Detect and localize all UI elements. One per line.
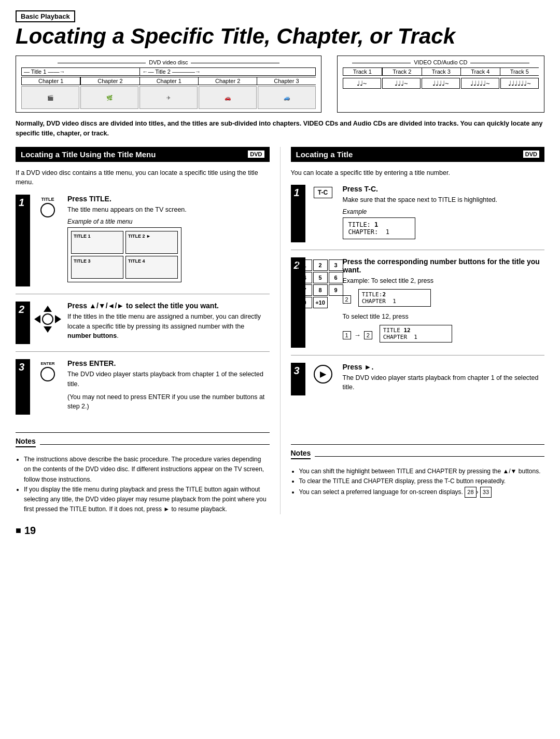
step-number-1: 1 (16, 195, 30, 286)
num-plus10: +10 (313, 297, 328, 308)
right-column: Locating a Title DVD You can locate a sp… (281, 147, 545, 515)
right-step-3-title: Press ►. (343, 363, 545, 371)
dvd-diagram: DVD video disc — Title 1 ——→ ←— Title 2 … (16, 56, 321, 113)
page-number: 19 (16, 525, 544, 537)
left-step-3: 3 ENTER Press ENTER. The DVD video playe… (16, 359, 270, 422)
arrow-icon: → (354, 331, 361, 339)
music-symbol: ♩♩♩~ (382, 78, 421, 89)
left-notes-title: Notes (16, 437, 36, 447)
music-symbol: ♩♩~ (343, 78, 381, 89)
right-step-1: 1 T-C Press T-C. Make sure that the spac… (291, 185, 545, 250)
step-icon-title: TITLE (32, 195, 63, 286)
two-col-layout: Locating a Title Using the Title Menu DV… (16, 147, 544, 515)
ref-28: 28 (465, 487, 476, 498)
num-8: 8 (313, 284, 328, 296)
chapter-cell: Chapter 3 (257, 77, 315, 85)
dvd-disc-label: DVD video disc (21, 59, 316, 67)
step-icon-play: ▶ (307, 363, 339, 396)
example-title-12: 1 → 2 TITLE 12CHAPTER 1 (343, 325, 545, 346)
num-1: 1 (298, 259, 312, 271)
music-symbol: ♩♩♩♩♩♩~ (500, 78, 539, 89)
track-cell: Track 4 (460, 67, 499, 76)
step-icon-numpad: 1 2 3 4 5 6 7 8 9 0 +10 (307, 257, 339, 348)
step-3-desc: The DVD video player starts playback fro… (67, 370, 270, 389)
num-2: 2 (313, 259, 328, 271)
right-step-1-title: Press T-C. (343, 185, 545, 193)
menu-item-2: TITLE 2 ► (125, 231, 178, 254)
num-4: 4 (298, 272, 312, 283)
step-2-desc: If the titles in the title menu are assi… (67, 312, 270, 341)
step-3-note: (You may not need to press ENTER if you … (67, 392, 270, 412)
chapter-cell: Chapter 2 (198, 77, 257, 85)
num-7: 7 (298, 284, 312, 296)
chapter-cell: Chapter 1 (21, 77, 80, 85)
right-note-3: You can select a preferred language for … (299, 487, 545, 498)
title-display-2: TITLE:2CHAPTER 1 (358, 289, 431, 307)
chapter-image: ✈ (139, 86, 198, 109)
vcd-diagram: VIDEO CD/Audio CD Track 1 Track 2 Track … (337, 56, 544, 113)
right-section-header: Locating a Title DVD (291, 147, 545, 162)
right-step-1-desc: Make sure that the space next to TITLE i… (343, 195, 545, 205)
right-notes-title: Notes (291, 449, 311, 459)
left-step-1: 1 TITLE Press TITLE. The title menu appe… (16, 195, 270, 294)
music-symbol: ♩♩♩♩~ (422, 78, 460, 89)
right-step-3: 3 ▶ Press ►. The DVD video player starts… (291, 363, 545, 403)
track-cell: Track 5 (500, 67, 539, 76)
right-section-intro: You can locate a specific title by enter… (291, 168, 545, 178)
step-number-3: 3 (16, 359, 30, 415)
right-step-2-title: Press the corresponding number buttons f… (343, 257, 545, 274)
breadcrumb: Basic Playback (16, 10, 75, 22)
right-notes-list: You can shift the highlight between TITL… (291, 467, 545, 498)
step-1-title: Press TITLE. (67, 195, 270, 203)
right-step-number-3: 3 (291, 363, 305, 396)
step-icon-dpad (32, 302, 63, 344)
left-section-header: Locating a Title Using the Title Menu DV… (16, 147, 270, 162)
track-cell: Track 1 (343, 67, 382, 76)
ref-33: 33 (480, 487, 492, 498)
title-display-12: TITLE 12CHAPTER 1 (380, 325, 452, 343)
step-icon-enter: ENTER (32, 359, 63, 415)
right-step-number-1: 1 (291, 185, 305, 242)
track-cell: Track 2 (382, 67, 421, 76)
btn-2b: 2 (364, 331, 372, 339)
step-1-desc: The title menu appears on the TV screen. (67, 205, 270, 215)
right-step-2: 2 1 2 3 4 5 6 7 8 9 0 +10 Press th (291, 257, 545, 355)
step-1-example-label: Example of a title menu (67, 218, 270, 225)
right-step-3-content: Press ►. The DVD video player starts pla… (343, 363, 545, 396)
btn-2: 2 (343, 295, 351, 304)
left-step-2: 2 Press ▲/▼/◄/► to select the title you … (16, 302, 270, 352)
menu-example: TITLE 1 TITLE 2 ► TITLE 3 TITLE 4 (67, 227, 181, 282)
num-3: 3 (329, 259, 343, 271)
right-notes-section: Notes You can shift the highlight betwee… (291, 444, 545, 498)
right-note-2: To clear the TITLE and CHAPTER display, … (299, 476, 545, 486)
right-step-3-desc: The DVD video player starts playback fro… (343, 373, 545, 393)
title-chapter-display-1: TITLE: 1CHAPTER: 1 (343, 217, 415, 239)
right-step-1-content: Press T-C. Make sure that the space next… (343, 185, 545, 242)
dvd-badge-left: DVD (248, 150, 264, 158)
step-1-content: Press TITLE. The title menu appears on t… (67, 195, 270, 286)
step-2-title: Press ▲/▼/◄/► to select the title you wa… (67, 302, 270, 310)
left-note-2: If you display the title menu during pla… (24, 485, 270, 515)
music-symbol: ♩♩♩♩♩~ (461, 78, 499, 89)
right-step-1-example-label: Example (343, 208, 545, 215)
right-step-2-content: Press the corresponding number buttons f… (343, 257, 545, 348)
step-icon-tc: T-C (307, 185, 339, 242)
num-0: 0 (298, 297, 312, 308)
title-button-icon (40, 203, 55, 217)
diagram-area: DVD video disc — Title 1 ——→ ←— Title 2 … (16, 56, 544, 113)
tc-button-icon: T-C (314, 187, 332, 198)
chapter-image: 🚗 (199, 86, 257, 109)
chapter-cell: Chapter 1 (139, 77, 198, 85)
track-cell: Track 3 (422, 67, 460, 76)
num-5: 5 (313, 272, 328, 283)
step-2-content: Press ▲/▼/◄/► to select the title you wa… (67, 302, 270, 344)
right-note-1: You can shift the highlight between TITL… (299, 467, 545, 476)
play-button-icon: ▶ (314, 365, 332, 384)
right-section-title: Locating a Title (296, 150, 353, 159)
dvd-badge-right: DVD (523, 150, 539, 158)
left-note-1: The instructions above describe the basi… (24, 455, 270, 485)
step-number-2: 2 (16, 302, 30, 344)
right-step-2-desc2: To select title 12, press (343, 312, 545, 322)
num-9: 9 (329, 284, 343, 296)
btn-1: 1 (343, 331, 351, 339)
